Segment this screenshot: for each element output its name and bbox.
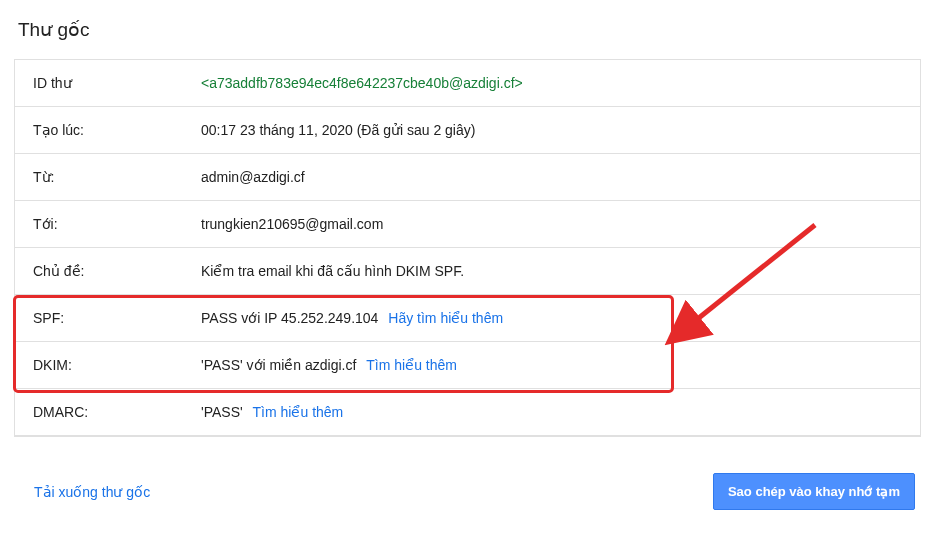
copy-to-clipboard-button[interactable]: Sao chép vào khay nhớ tạm [713, 473, 915, 510]
dkim-learn-more-link[interactable]: Tìm hiểu thêm [366, 357, 457, 373]
value-dkim: 'PASS' với miền azdigi.cf Tìm hiểu thêm [201, 357, 902, 373]
footer: Tải xuống thư gốc Sao chép vào khay nhớ … [14, 473, 921, 510]
value-message-id: <a73addfb783e94ec4f8e642237cbe40b@azdigi… [201, 75, 902, 91]
dmarc-learn-more-link[interactable]: Tìm hiểu thêm [253, 404, 344, 420]
label-created-at: Tạo lúc: [33, 122, 201, 138]
value-to: trungkien210695@gmail.com [201, 216, 902, 232]
label-spf: SPF: [33, 310, 201, 326]
value-created-at: 00:17 23 tháng 11, 2020 (Đã gửi sau 2 gi… [201, 122, 902, 138]
spf-text: PASS với IP 45.252.249.104 [201, 310, 378, 326]
row-dmarc: DMARC: 'PASS' Tìm hiểu thêm [15, 389, 920, 436]
value-from: admin@azdigi.cf [201, 169, 902, 185]
value-dmarc: 'PASS' Tìm hiểu thêm [201, 404, 902, 420]
row-subject: Chủ đề: Kiểm tra email khi đã cấu hình D… [15, 248, 920, 295]
label-from: Từ: [33, 169, 201, 185]
row-created-at: Tạo lúc: 00:17 23 tháng 11, 2020 (Đã gửi… [15, 107, 920, 154]
download-original-link[interactable]: Tải xuống thư gốc [34, 484, 150, 500]
row-from: Từ: admin@azdigi.cf [15, 154, 920, 201]
value-subject: Kiểm tra email khi đã cấu hình DKIM SPF. [201, 263, 902, 279]
label-dkim: DKIM: [33, 357, 201, 373]
label-subject: Chủ đề: [33, 263, 201, 279]
label-message-id: ID thư [33, 75, 201, 91]
page-title: Thư gốc [18, 18, 921, 41]
details-table: ID thư <a73addfb783e94ec4f8e642237cbe40b… [14, 59, 921, 437]
value-spf: PASS với IP 45.252.249.104 Hãy tìm hiểu … [201, 310, 902, 326]
row-to: Tới: trungkien210695@gmail.com [15, 201, 920, 248]
label-to: Tới: [33, 216, 201, 232]
row-message-id: ID thư <a73addfb783e94ec4f8e642237cbe40b… [15, 60, 920, 107]
dmarc-text: 'PASS' [201, 404, 243, 420]
dkim-text: 'PASS' với miền azdigi.cf [201, 357, 356, 373]
row-dkim: DKIM: 'PASS' với miền azdigi.cf Tìm hiểu… [15, 342, 920, 389]
row-spf: SPF: PASS với IP 45.252.249.104 Hãy tìm … [15, 295, 920, 342]
spf-learn-more-link[interactable]: Hãy tìm hiểu thêm [388, 310, 503, 326]
label-dmarc: DMARC: [33, 404, 201, 420]
